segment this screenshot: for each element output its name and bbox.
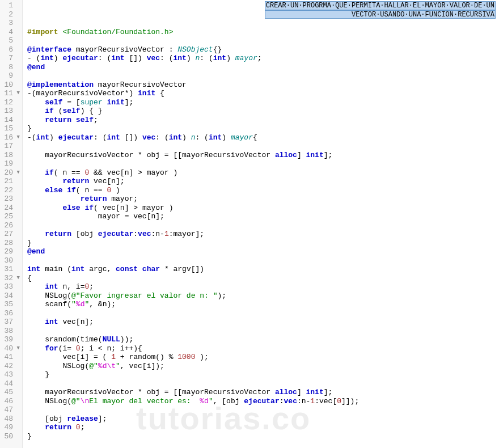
line-number: 47: [0, 405, 22, 415]
code-line[interactable]: [27, 405, 499, 415]
line-number: 22: [0, 186, 22, 195]
line-number: 15: [0, 124, 22, 133]
code-line[interactable]: @implementation mayorRecursivoVector: [27, 81, 499, 90]
code-line[interactable]: int n, i=0;: [27, 282, 499, 291]
code-line[interactable]: return mayor;: [27, 195, 499, 204]
line-number: 13: [0, 107, 22, 116]
line-number: 19: [0, 159, 22, 168]
line-number: 31: [0, 265, 22, 274]
line-number: 24: [0, 204, 22, 213]
line-number: 25: [0, 212, 22, 221]
code-line[interactable]: if (self) { }: [27, 107, 499, 116]
fold-icon[interactable]: ▼: [14, 274, 20, 283]
line-number: 41: [0, 353, 22, 362]
code-line[interactable]: else if( n == 0 ): [27, 186, 499, 195]
line-number: 33: [0, 282, 22, 291]
line-gutter: 1234567891011▼1213141516▼17181920▼212223…: [0, 0, 23, 448]
code-line[interactable]: [27, 142, 499, 151]
code-line[interactable]: NSLog(@"Favor ingresar el valor de n: ")…: [27, 291, 499, 301]
fold-icon[interactable]: ▼: [14, 133, 20, 142]
code-line[interactable]: @interface mayorRecursivoVector : NSObje…: [27, 45, 499, 54]
code-line[interactable]: [27, 71, 499, 81]
line-number: 16▼: [0, 133, 22, 142]
line-number: 17: [0, 142, 22, 151]
line-number: 30: [0, 256, 22, 265]
line-number: 18: [0, 151, 22, 160]
code-line[interactable]: vec[i] = ( 1 + random() % 1000 );: [27, 353, 499, 362]
code-line[interactable]: @end: [27, 247, 499, 256]
line-number: 34: [0, 291, 22, 301]
code-line[interactable]: {: [27, 274, 499, 283]
code-line[interactable]: [27, 10, 499, 19]
line-number: 44: [0, 379, 22, 388]
fold-icon[interactable]: ▼: [14, 344, 20, 353]
code-line[interactable]: scanf("%d", &n);: [27, 300, 499, 309]
line-number: 32▼: [0, 274, 22, 283]
line-number: 37: [0, 318, 22, 327]
line-number: 39: [0, 335, 22, 344]
line-number: 40▼: [0, 344, 22, 353]
code-area[interactable]: tutorias.co CREAR·UN·PROGRMA·QUE·PERMITA…: [23, 0, 499, 448]
code-line[interactable]: [27, 327, 499, 336]
line-number: 42: [0, 362, 22, 371]
line-number: 43: [0, 370, 22, 379]
code-line[interactable]: mayor = vec[n];: [27, 212, 499, 221]
code-line[interactable]: [27, 159, 499, 168]
line-number: 1: [0, 1, 22, 10]
code-line[interactable]: NSLog(@"\nEl mayor del vector es: %d", […: [27, 397, 499, 406]
line-number: 26: [0, 221, 22, 230]
line-number: 35: [0, 300, 22, 309]
code-line[interactable]: [27, 379, 499, 388]
code-line[interactable]: return self;: [27, 116, 499, 125]
code-content[interactable]: #import <Foundation/Foundation.h>@interf…: [27, 1, 499, 441]
code-line[interactable]: return 0;: [27, 423, 499, 432]
line-number: 14: [0, 116, 22, 125]
code-line[interactable]: for(i= 0; i < n; i++){: [27, 344, 499, 353]
code-line[interactable]: }: [27, 124, 499, 133]
line-number: 20▼: [0, 168, 22, 177]
line-number: 27: [0, 230, 22, 239]
line-number: 2: [0, 10, 22, 19]
code-line[interactable]: [27, 1, 499, 10]
line-number: 28: [0, 239, 22, 248]
code-line[interactable]: [27, 36, 499, 45]
line-number: 10: [0, 81, 22, 90]
code-editor: 1234567891011▼1213141516▼17181920▼212223…: [0, 0, 499, 448]
line-number: 46: [0, 397, 22, 406]
code-line[interactable]: if( n == 0 && vec[n] > mayor ): [27, 168, 499, 177]
code-line[interactable]: [27, 309, 499, 318]
code-line[interactable]: }: [27, 370, 499, 379]
code-line[interactable]: -(mayorRecursivoVector*) init {: [27, 89, 499, 98]
code-line[interactable]: }: [27, 239, 499, 248]
line-number: 4: [0, 28, 22, 37]
code-line[interactable]: [obj release];: [27, 415, 499, 424]
code-line[interactable]: return [obj ejecutar:vec:n-1:mayor];: [27, 230, 499, 239]
code-line[interactable]: self = [super init];: [27, 98, 499, 107]
code-line[interactable]: mayorRecursivoVector * obj = [[mayorRecu…: [27, 388, 499, 397]
code-line[interactable]: [27, 256, 499, 265]
code-line[interactable]: @end: [27, 63, 499, 72]
code-line[interactable]: }: [27, 432, 499, 441]
line-number: 8: [0, 63, 22, 72]
code-line[interactable]: NSLog(@"%d\t", vec[i]);: [27, 362, 499, 371]
line-number: 29: [0, 247, 22, 256]
fold-icon[interactable]: ▼: [14, 168, 20, 177]
code-line[interactable]: [27, 221, 499, 230]
line-number: 7: [0, 54, 22, 63]
code-line[interactable]: int main (int argc, const char * argv[]): [27, 265, 499, 274]
line-number: 36: [0, 309, 22, 318]
line-number: 9: [0, 71, 22, 81]
code-line[interactable]: srandom(time(NULL));: [27, 335, 499, 344]
code-line[interactable]: mayorRecursivoVector * obj = [[mayorRecu…: [27, 151, 499, 160]
line-number: 38: [0, 327, 22, 336]
code-line[interactable]: return vec[n];: [27, 177, 499, 186]
code-line[interactable]: else if( vec[n] > mayor ): [27, 204, 499, 213]
line-number: 21: [0, 177, 22, 186]
code-line[interactable]: - (int) ejecutar: (int []) vec: (int) n:…: [27, 54, 499, 63]
code-line[interactable]: int vec[n];: [27, 318, 499, 327]
fold-icon[interactable]: ▼: [14, 89, 20, 98]
code-line[interactable]: #import <Foundation/Foundation.h>: [27, 28, 499, 37]
code-line[interactable]: [27, 19, 499, 28]
line-number: 48: [0, 415, 22, 424]
code-line[interactable]: -(int) ejecutar: (int []) vec: (int) n: …: [27, 133, 499, 142]
